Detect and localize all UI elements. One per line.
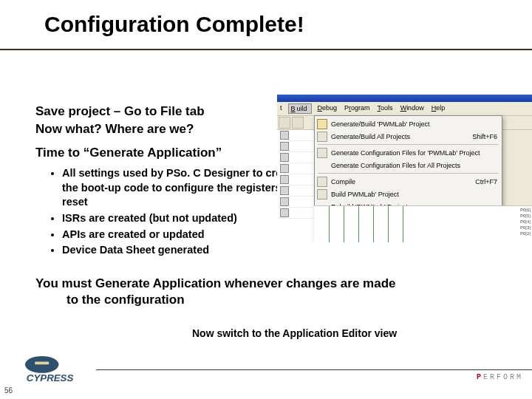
cypress-logo: CYPRESS: [24, 355, 94, 384]
menu-item-accel: Shift+F6: [468, 133, 497, 140]
svg-point-0: [25, 356, 59, 373]
perform-text: ERFORM: [483, 373, 523, 381]
port-label: P0[6]: [520, 208, 531, 212]
pane-cell-icon: [280, 131, 289, 140]
pane-cell-icon: [280, 208, 289, 217]
app-lower-pane: P0[6] P0[5] P0[4] P0[3] P0[2]: [314, 205, 532, 242]
port-label: P0[4]: [520, 219, 531, 224]
conclusion-text: You must Generate Application whenever c…: [35, 276, 464, 308]
gen-config-icon: [316, 148, 328, 158]
pane-cell-icon: [280, 197, 289, 206]
grid-vline: [329, 206, 330, 242]
build-project-icon: [316, 189, 328, 200]
compile-icon: [316, 177, 328, 187]
grid-vline: [344, 206, 344, 242]
slide-body: Save project – Go to File tab Now what? …: [35, 103, 316, 259]
menu-separator: [318, 173, 499, 174]
menu-item-accel: Ctrl+F7: [471, 178, 497, 185]
perform-tagline: PERFORM: [477, 373, 523, 381]
svg-rect-1: [35, 362, 49, 365]
menu-item-label: Generate Configuration Files for All Pro…: [328, 162, 497, 169]
title-underline: [0, 49, 532, 50]
pane-cell-icon: [280, 142, 289, 151]
build-icon: [316, 119, 328, 129]
menu-item-build-project[interactable]: Build PWMLab' Project: [315, 188, 502, 200]
pane-cell-icon: [280, 175, 289, 184]
menubar-item[interactable]: Debug: [316, 103, 339, 114]
pane-cell-icon: [280, 153, 289, 162]
grid-vline: [403, 206, 403, 242]
menu-item-compile[interactable]: Compile Ctrl+F7: [315, 175, 502, 188]
port-label: P0[2]: [520, 231, 531, 236]
menubar-item[interactable]: Program: [343, 103, 372, 114]
menu-item-generate-config-all[interactable]: Generate Configuration Files for All Pro…: [315, 159, 502, 171]
menubar-item[interactable]: Window: [399, 103, 426, 114]
build-all-icon: [316, 132, 328, 142]
switch-note: Now switch to the Application Editor vie…: [192, 327, 397, 339]
menu-item-label: Generate Configuration Files for 'PWMLab…: [328, 149, 497, 157]
app-left-pane: [277, 130, 315, 242]
menu-item-label: Generate/Build All Projects: [328, 133, 468, 140]
menu-item-generate-build-all[interactable]: Generate/Build All Projects Shift+F6: [315, 130, 502, 143]
pane-cell-icon: [280, 164, 289, 173]
menubar-item-label: uild: [296, 104, 309, 113]
menubar-item[interactable]: Help: [430, 103, 447, 114]
menu-item-label: Compile: [328, 178, 471, 185]
menubar-item[interactable]: t: [279, 103, 284, 114]
conclusion-line-1: You must Generate Application whenever c…: [35, 276, 395, 290]
pane-cell-icon: [280, 186, 289, 195]
menu-item-label: Build PWMLab' Project: [328, 191, 497, 198]
toolbar-button[interactable]: [292, 117, 304, 129]
app-menubar: t Build Debug Program Tools Window Help: [277, 102, 532, 116]
body-line-3: Time to “Generate Application”: [35, 146, 316, 160]
footer-divider: [96, 369, 532, 370]
slide-footer: CYPRESS PERFORM: [0, 355, 532, 399]
port-label: P0[5]: [520, 214, 531, 218]
grid-vline: [373, 206, 374, 242]
menu-item-generate-build-project[interactable]: Generate/Build 'PWMLab' Project: [315, 117, 502, 130]
body-line-1: Save project – Go to File tab: [35, 103, 316, 119]
slide-title: Configuration Complete!: [44, 12, 304, 37]
toolbar-button[interactable]: [279, 117, 290, 129]
bullet-item: Device Data Sheet generated: [62, 243, 316, 258]
app-titlebar: [277, 95, 532, 102]
grid-vline: [388, 206, 389, 242]
menu-item-generate-config-project[interactable]: Generate Configuration Files for 'PWMLab…: [315, 146, 502, 159]
menubar-item-build[interactable]: Build: [288, 103, 312, 114]
logo-text: CYPRESS: [27, 372, 74, 383]
menu-item-label: Generate/Build 'PWMLab' Project: [328, 120, 493, 128]
menu-separator: [318, 144, 499, 145]
menubar-item[interactable]: Tools: [376, 103, 395, 114]
port-label: P0[3]: [520, 225, 531, 230]
page-number: 56: [4, 386, 13, 395]
grid-vline: [358, 206, 359, 242]
app-screenshot: t Build Debug Program Tools Window Help: [277, 95, 532, 242]
body-line-2: Now what? Where are we?: [35, 122, 316, 137]
conclusion-line-2: to the configuration: [35, 292, 464, 308]
